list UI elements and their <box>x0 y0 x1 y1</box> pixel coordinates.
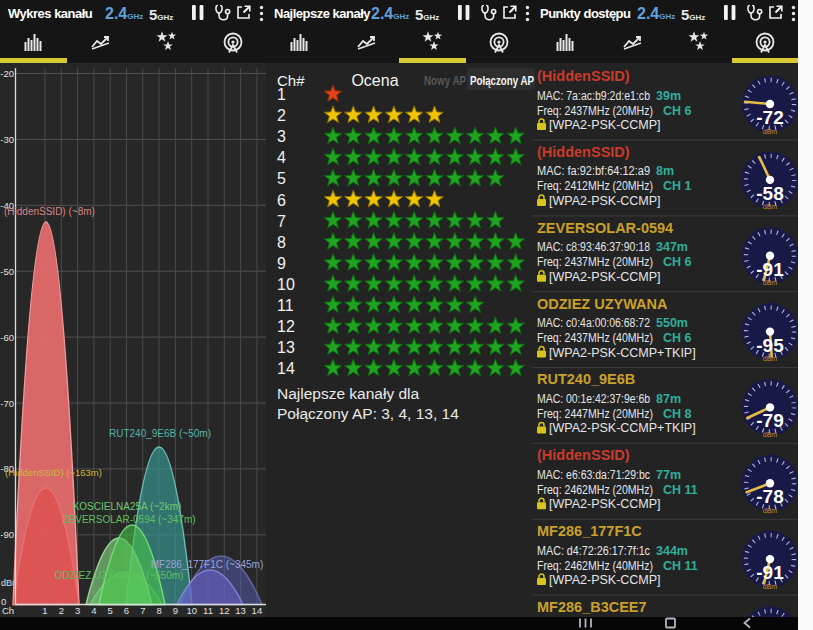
svg-text:7: 7 <box>140 605 145 616</box>
svg-text:dBm: dBm <box>763 203 778 210</box>
svg-text:Połączony AP: 3, 4, 13, 14: Połączony AP: 3, 4, 13, 14 <box>277 405 459 422</box>
svg-text:8m: 8m <box>656 164 674 178</box>
svg-text:6: 6 <box>124 605 129 616</box>
svg-text:dBm: dBm <box>763 507 778 514</box>
svg-text:CH 6: CH 6 <box>663 331 692 345</box>
svg-text:[WPA2-PSK-CCMP+TKIP]: [WPA2-PSK-CCMP+TKIP] <box>549 421 696 435</box>
svg-text:Nowy AP: Nowy AP <box>424 73 466 88</box>
svg-text:MAC: e6:63:da:71:29:bc: MAC: e6:63:da:71:29:bc <box>537 468 650 482</box>
svg-text:[WPA2-PSK-CCMP]: [WPA2-PSK-CCMP] <box>549 573 661 587</box>
svg-text:-78: -78 <box>756 486 783 507</box>
svg-text:CH 11: CH 11 <box>663 559 698 573</box>
svg-text:3: 3 <box>277 128 286 145</box>
svg-text:Freq: 2462MHz (20MHz): Freq: 2462MHz (20MHz) <box>537 483 653 497</box>
svg-text:(HiddenSSID) (~163m): (HiddenSSID) (~163m) <box>5 467 102 478</box>
svg-text:MAC: d4:72:26:17:7f:1c: MAC: d4:72:26:17:7f:1c <box>537 544 650 558</box>
svg-text:[WPA2-PSK-CCMP]: [WPA2-PSK-CCMP] <box>549 118 661 132</box>
svg-text:ZEVERSOLAR-0594: ZEVERSOLAR-0594 <box>537 220 673 236</box>
svg-text:MAC: c8:93:46:37:90:18: MAC: c8:93:46:37:90:18 <box>537 240 650 254</box>
svg-text:RUT240_9E6B: RUT240_9E6B <box>537 371 635 387</box>
svg-text:39m: 39m <box>656 89 681 103</box>
svg-text:7: 7 <box>277 213 286 230</box>
svg-text:Freq: 2447MHz (20MHz): Freq: 2447MHz (20MHz) <box>537 407 653 421</box>
svg-text:Freq: 2437MHz (20MHz): Freq: 2437MHz (20MHz) <box>537 255 653 269</box>
svg-text:MAC: fa:92:bf:64:12:a9: MAC: fa:92:bf:64:12:a9 <box>537 164 650 178</box>
svg-text:12: 12 <box>219 605 230 616</box>
svg-text:550m: 550m <box>656 316 688 330</box>
svg-text:Ocena: Ocena <box>351 72 398 89</box>
svg-text:-72: -72 <box>756 107 783 128</box>
svg-text:6: 6 <box>277 192 286 209</box>
svg-text:Freq: 2412MHz (20MHz): Freq: 2412MHz (20MHz) <box>537 179 653 193</box>
svg-text:5: 5 <box>277 170 286 187</box>
svg-text:CH 8: CH 8 <box>663 407 692 421</box>
svg-text:12: 12 <box>277 318 295 335</box>
svg-text:dBm: dBm <box>763 583 778 590</box>
svg-text:11: 11 <box>203 605 213 616</box>
svg-text:(HiddenSSID) (~8m): (HiddenSSID) (~8m) <box>4 206 95 217</box>
svg-text:-70: -70 <box>0 398 14 409</box>
svg-text:CH 1: CH 1 <box>663 179 692 193</box>
svg-text:4: 4 <box>91 605 96 616</box>
svg-text:77m: 77m <box>656 468 681 482</box>
svg-text:[WPA2-PSK-CCMP]: [WPA2-PSK-CCMP] <box>549 497 661 511</box>
svg-text:-90: -90 <box>0 529 14 540</box>
svg-text:ODZIEZ UZYWANA (~550m): ODZIEZ UZYWANA (~550m) <box>55 570 184 581</box>
svg-text:4: 4 <box>277 149 286 166</box>
svg-text:-20: -20 <box>0 68 14 79</box>
svg-text:9: 9 <box>173 605 178 616</box>
svg-text:1: 1 <box>42 605 47 616</box>
svg-text:Połączony AP: Połączony AP <box>470 73 534 88</box>
svg-text:13: 13 <box>277 339 295 356</box>
svg-text:KOSCIELNA25A (~2km): KOSCIELNA25A (~2km) <box>73 501 182 512</box>
svg-text:MF286_177F1C (~345m): MF286_177F1C (~345m) <box>151 559 264 570</box>
svg-text:MAC: 00:1e:42:37:9e:6b: MAC: 00:1e:42:37:9e:6b <box>537 392 650 406</box>
svg-text:(HiddenSSID): (HiddenSSID) <box>537 447 630 463</box>
svg-text:(HiddenSSID): (HiddenSSID) <box>537 144 630 160</box>
svg-text:5: 5 <box>108 605 113 616</box>
svg-text:Freq: 2462MHz (40MHz): Freq: 2462MHz (40MHz) <box>537 559 653 573</box>
svg-text:ODZIEZ UZYWANA: ODZIEZ UZYWANA <box>537 296 668 312</box>
svg-text:-50: -50 <box>0 266 14 277</box>
svg-text:dBm: dBm <box>763 128 778 135</box>
svg-text:CH 11: CH 11 <box>663 483 698 497</box>
svg-text:-30: -30 <box>0 134 14 145</box>
svg-text:[WPA2-PSK-CCMP]: [WPA2-PSK-CCMP] <box>549 194 661 208</box>
svg-text:10: 10 <box>186 605 197 616</box>
svg-text:[WPA2-PSK-CCMP]: [WPA2-PSK-CCMP] <box>549 270 661 284</box>
svg-text:MAC: c0:4a:00:06:68:72: MAC: c0:4a:00:06:68:72 <box>537 316 650 330</box>
svg-text:1: 1 <box>277 86 286 103</box>
svg-text:-60: -60 <box>0 332 14 343</box>
svg-text:dBm: dBm <box>763 431 778 438</box>
svg-text:13: 13 <box>235 605 246 616</box>
svg-text:14: 14 <box>277 360 295 377</box>
svg-text:2: 2 <box>277 107 286 124</box>
svg-text:10: 10 <box>277 276 295 293</box>
svg-text:-95: -95 <box>756 335 784 356</box>
svg-text:11: 11 <box>277 297 294 314</box>
svg-text:dBm: dBm <box>763 279 778 286</box>
svg-text:9: 9 <box>277 255 286 272</box>
svg-text:347m: 347m <box>656 240 688 254</box>
svg-text:CH 6: CH 6 <box>663 104 692 118</box>
svg-text:-58: -58 <box>756 183 783 204</box>
svg-text:Freq: 2437MHz (20MHz): Freq: 2437MHz (20MHz) <box>537 104 653 118</box>
svg-text:MAC: 7a:ac:b9:2d:e1:cb: MAC: 7a:ac:b9:2d:e1:cb <box>537 89 650 103</box>
svg-text:3: 3 <box>75 605 80 616</box>
svg-text:Ch: Ch <box>2 605 14 616</box>
svg-text:ZEVERSOLAR-0594 (~347m): ZEVERSOLAR-0594 (~347m) <box>62 514 195 525</box>
svg-text:Najlepsze kanały dla: Najlepsze kanały dla <box>277 385 420 402</box>
svg-text:Freq: 2437MHz (40MHz): Freq: 2437MHz (40MHz) <box>537 331 653 345</box>
svg-text:14: 14 <box>252 605 263 616</box>
svg-text:-91: -91 <box>756 562 784 583</box>
svg-text:8: 8 <box>277 234 286 251</box>
svg-text:2: 2 <box>59 605 64 616</box>
svg-text:(HiddenSSID): (HiddenSSID) <box>537 68 630 84</box>
svg-text:344m: 344m <box>656 544 688 558</box>
svg-text:dBm: dBm <box>763 355 778 362</box>
svg-text:RUT240_9E6B (~50m): RUT240_9E6B (~50m) <box>109 428 211 439</box>
svg-text:-91: -91 <box>756 259 784 280</box>
svg-text:8: 8 <box>156 605 161 616</box>
svg-text:[WPA2-PSK-CCMP+TKIP]: [WPA2-PSK-CCMP+TKIP] <box>549 346 696 360</box>
svg-text:MF286_B3CEE7: MF286_B3CEE7 <box>537 599 647 615</box>
